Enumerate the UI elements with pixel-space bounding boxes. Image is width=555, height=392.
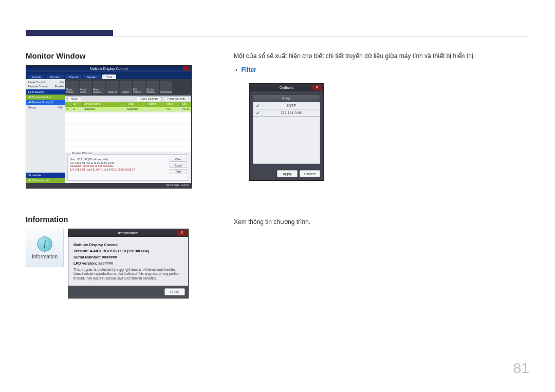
information-dialog-screenshot: Information X Multiple Display Control V…: [68, 229, 189, 298]
edit-column-button[interactable]: Edit Column: [133, 81, 145, 94]
cancel-button[interactable]: Cancel: [300, 170, 320, 177]
bullet-dot-icon: •: [234, 67, 239, 73]
side-device-group[interactable]: All Device Group(1): [26, 100, 65, 105]
close-icon[interactable]: [183, 66, 190, 71]
filter-dialog-title: Options: [280, 85, 294, 90]
option-button[interactable]: Option: [120, 81, 132, 94]
reset-all-button[interactable]: Reset All: [106, 81, 119, 94]
side-edit-button[interactable]: Edit: [59, 106, 63, 109]
monitor-box-title: Monitor Window: [71, 152, 93, 155]
close-icon[interactable]: X: [312, 85, 322, 90]
close-button[interactable]: Close: [164, 288, 185, 295]
filter-dialog-screenshot: Options X Filter ✔ SNTP ✔ 217.141.3.98 A…: [249, 83, 324, 181]
side-lfd-device[interactable]: LFD Device: [26, 89, 65, 95]
export-button[interactable]: Export: [170, 163, 187, 168]
info-dialog-titlebar: Information X: [68, 229, 188, 237]
mdc-toolbar: Reset Picture Reset Sound Reset System R…: [65, 79, 191, 96]
side-all-connection[interactable]: All Connection List: [26, 95, 65, 100]
info-lfd-version: LFD version: #######: [73, 261, 183, 266]
side-all-schedule[interactable]: All Schedule List: [26, 178, 65, 183]
reset-system-button[interactable]: Reset System: [93, 81, 105, 94]
header-accent-bar: [26, 30, 113, 36]
clear-button[interactable]: Clear: [170, 157, 187, 162]
mdc-title: Multiple Display Control: [90, 67, 128, 70]
log-recv-data: 217.141.3.98 : aa ff 01 09 41 11 14 00 1…: [70, 168, 187, 172]
side-schedule[interactable]: Schedule: [26, 173, 65, 178]
mdc-sidebar: Panel ControlOn Remote ControlEnable LFD…: [26, 79, 65, 183]
side-group-label: Group: [28, 106, 36, 109]
mdc-tab-bar: Home Picture Sound System Tool: [26, 72, 191, 79]
filter-list-header: Filter: [253, 95, 320, 102]
apply-button[interactable]: Apply: [277, 170, 298, 177]
info-icon: i: [37, 236, 52, 252]
monitor-window-heading: Monitor Window: [26, 51, 195, 60]
tab-picture[interactable]: Picture: [46, 74, 64, 79]
filter-value: SNTP: [263, 104, 320, 107]
th-type: Type: [126, 102, 147, 107]
mdc-app-screenshot: Multiple Display Control Home Picture So…: [26, 65, 192, 189]
info-program-name: Multiple Display Control: [73, 242, 183, 247]
remote-control-label: Remote Control: [28, 85, 48, 88]
filter-dialog-titlebar: Options X: [250, 84, 323, 91]
information-heading: Information: [26, 215, 195, 223]
th-setting: Set: [181, 102, 191, 107]
info-dialog-title: Information: [118, 231, 138, 235]
info-icon-label: Information: [32, 254, 58, 259]
tab-system[interactable]: System: [83, 74, 101, 79]
reset-sound-button[interactable]: Reset Sound: [80, 81, 92, 94]
info-version: Version: A-MDCBGDSP-1110 (2013/01/04): [73, 249, 183, 253]
panel-control-value[interactable]: On: [60, 81, 64, 84]
information-description: Xem thông tin chương trình.: [234, 217, 522, 227]
info-serial: Serial Number: #######: [73, 255, 183, 259]
th-id: ID: [72, 102, 83, 107]
table-row[interactable]: ✔ 0 LFD0001 Ethernet PC PC ID: [65, 107, 191, 112]
panel-control-label: Panel Control: [28, 81, 45, 84]
header-rule: [26, 36, 529, 36]
move-button[interactable]: Move: [67, 96, 81, 101]
tab-home[interactable]: Home: [28, 74, 45, 79]
close-icon[interactable]: X: [177, 230, 187, 236]
filter-button[interactable]: Filter: [170, 169, 187, 174]
tab-sound[interactable]: Sound: [65, 74, 82, 79]
copy-settings-button[interactable]: Copy Settings: [137, 96, 161, 101]
tab-tool[interactable]: Tool: [102, 74, 116, 79]
mdc-titlebar: Multiple Display Control: [26, 66, 191, 72]
filter-bullet-label: Filter: [241, 66, 256, 73]
th-power: Power: [147, 102, 165, 107]
remote-control-value[interactable]: Enable: [55, 85, 64, 88]
monitor-window-description: Một cửa sổ sẽ xuất hiện cho biết chi tiế…: [234, 51, 522, 61]
information-button[interactable]: Information: [160, 81, 172, 94]
page-number: 81: [513, 360, 529, 377]
th-name: Device Name: [83, 102, 126, 107]
info-legal-text: This program is protected by copyright l…: [73, 268, 183, 281]
filter-value: 217.141.3.98: [263, 111, 320, 115]
filter-row[interactable]: ✔ 217.141.3.98: [253, 109, 320, 117]
th-input: Input: [165, 102, 181, 107]
monitor-log-box: Monitor Window Sent : 00:21:99 (47 milli…: [67, 154, 189, 181]
information-icon-card: i Information: [26, 229, 64, 267]
device-table-header: ID Device Name Type Power Input Set: [65, 102, 191, 107]
filter-row[interactable]: ✔ SNTP: [253, 102, 320, 109]
reset-picture-button[interactable]: Reset Picture: [66, 81, 79, 94]
paste-settings-button[interactable]: Paste Settings: [164, 96, 189, 101]
monitor-window-button[interactable]: Monitor Window: [146, 81, 159, 94]
device-table-empty: [65, 112, 191, 152]
check-icon[interactable]: ✔: [253, 110, 263, 116]
filter-list-empty: [253, 117, 320, 164]
mdc-footer: Now Login : admin: [26, 183, 191, 188]
check-icon[interactable]: ✔: [253, 103, 263, 108]
